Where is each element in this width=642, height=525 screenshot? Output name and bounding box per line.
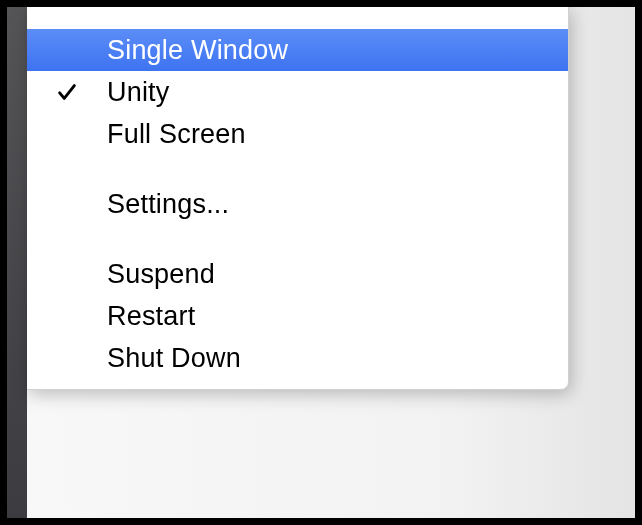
menu-backdrop: Single Window Unity Full Screen bbox=[27, 7, 635, 518]
menu-item-settings[interactable]: Settings... bbox=[27, 183, 568, 225]
menu-item-label: Settings... bbox=[107, 189, 568, 220]
menu-group-settings: Settings... bbox=[27, 183, 568, 253]
menu-item-label: Suspend bbox=[107, 259, 568, 290]
menu-item-shut-down[interactable]: Shut Down bbox=[27, 337, 568, 379]
menu-item-suspend[interactable]: Suspend bbox=[27, 253, 568, 295]
menu-item-label: Single Window bbox=[107, 35, 568, 66]
menu-item-label: Unity bbox=[107, 77, 568, 108]
menu-item-label: Restart bbox=[107, 301, 568, 332]
context-menu: Single Window Unity Full Screen bbox=[27, 7, 569, 390]
menu-item-single-window[interactable]: Single Window bbox=[27, 29, 568, 71]
menu-item-restart[interactable]: Restart bbox=[27, 295, 568, 337]
check-icon bbox=[27, 81, 107, 103]
menu-item-label: Shut Down bbox=[107, 343, 568, 374]
menu-group-power: Suspend Restart Shut Down bbox=[27, 253, 568, 385]
menu-item-full-screen[interactable]: Full Screen bbox=[27, 113, 568, 155]
menu-item-unity[interactable]: Unity bbox=[27, 71, 568, 113]
outer-container: Single Window Unity Full Screen bbox=[7, 7, 635, 518]
menu-group-view: Single Window Unity Full Screen bbox=[27, 29, 568, 183]
window-frame: Single Window Unity Full Screen bbox=[7, 7, 635, 518]
menu-item-label: Full Screen bbox=[107, 119, 568, 150]
left-background-strip bbox=[7, 7, 27, 518]
